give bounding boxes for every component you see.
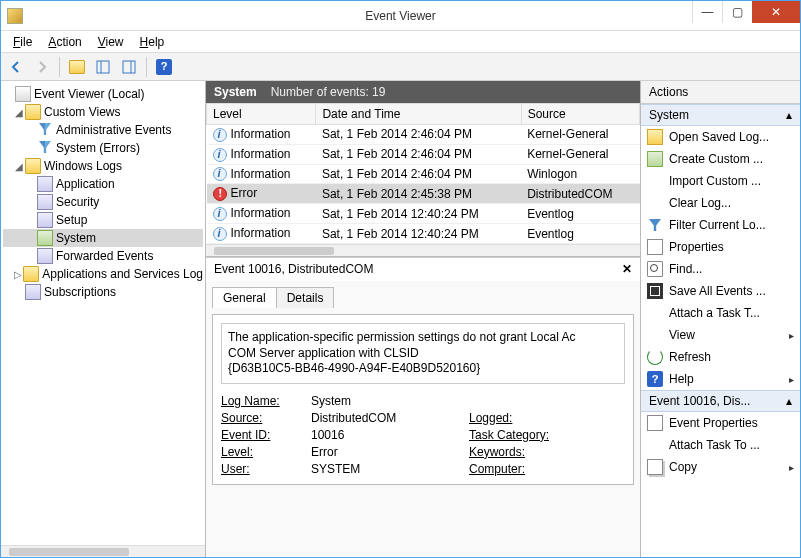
attach-task-to-icon — [647, 437, 663, 453]
toolbar — [1, 53, 800, 81]
detail-title: Event 10016, DistributedCOM — [214, 262, 373, 276]
minimize-button[interactable]: — — [692, 1, 722, 23]
detail-body: General Details The application-specific… — [206, 281, 640, 557]
event-row[interactable]: InformationSat, 1 Feb 2014 2:46:04 PMKer… — [207, 125, 640, 145]
action-find[interactable]: Find... — [641, 258, 800, 280]
attach-task-icon — [647, 305, 663, 321]
error-icon — [213, 187, 227, 201]
import-custom-view-icon — [647, 173, 663, 189]
copy-icon — [647, 459, 663, 475]
tree-windows-logs[interactable]: ◢Windows Logs — [3, 157, 203, 175]
col-level[interactable]: Level — [207, 104, 316, 125]
tab-details[interactable]: Details — [276, 287, 335, 308]
action-create-custom-view[interactable]: Create Custom ... — [641, 148, 800, 170]
action-clear-log[interactable]: Clear Log... — [641, 192, 800, 214]
tree-system[interactable]: System — [3, 229, 203, 247]
info-icon — [213, 128, 227, 142]
filter-current-log-icon — [647, 217, 663, 233]
menubar: File Action View Help — [1, 31, 800, 53]
col-source[interactable]: Source — [521, 104, 639, 125]
menu-action[interactable]: Action — [40, 33, 89, 51]
action-properties[interactable]: Properties — [641, 236, 800, 258]
tree-setup[interactable]: Setup — [3, 211, 203, 229]
action-save-all-events[interactable]: Save All Events ... — [641, 280, 800, 302]
chevron-right-icon: ▸ — [789, 462, 794, 473]
tab-general[interactable]: General — [212, 287, 277, 308]
event-row[interactable]: InformationSat, 1 Feb 2014 2:46:04 PMKer… — [207, 144, 640, 164]
info-icon — [213, 148, 227, 162]
maximize-button[interactable]: ▢ — [722, 1, 752, 23]
help-icon — [647, 371, 663, 387]
action-help[interactable]: Help▸ — [641, 368, 800, 390]
separator — [146, 57, 147, 77]
window-buttons: — ▢ ✕ — [692, 1, 800, 23]
tool-panel1-icon[interactable] — [92, 56, 114, 78]
detail-header: Event 10016, DistributedCOM ✕ — [206, 257, 640, 281]
back-button[interactable] — [5, 56, 27, 78]
tree-root[interactable]: Event Viewer (Local) — [3, 85, 203, 103]
tree-pane[interactable]: Event Viewer (Local) ◢Custom Views Admin… — [1, 81, 206, 557]
workspace: Event Viewer (Local) ◢Custom Views Admin… — [1, 81, 800, 557]
action-refresh[interactable]: Refresh — [641, 346, 800, 368]
svg-rect-2 — [123, 61, 135, 73]
menu-help[interactable]: Help — [132, 33, 173, 51]
tree-application[interactable]: Application — [3, 175, 203, 193]
actions-group-system[interactable]: System▴ — [641, 104, 800, 126]
close-button[interactable]: ✕ — [752, 1, 800, 23]
events-count: Number of events: 19 — [271, 85, 386, 99]
svg-rect-0 — [97, 61, 109, 73]
save-all-events-icon — [647, 283, 663, 299]
separator — [59, 57, 60, 77]
events-title: System — [214, 85, 257, 99]
tree-custom-views[interactable]: ◢Custom Views — [3, 103, 203, 121]
actions-pane: Actions System▴ Open Saved Log...Create … — [641, 81, 800, 557]
menu-file[interactable]: File — [5, 33, 40, 51]
event-row[interactable]: ErrorSat, 1 Feb 2014 2:45:38 PMDistribut… — [207, 184, 640, 204]
chevron-right-icon: ▸ — [789, 330, 794, 341]
action-import-custom-view[interactable]: Import Custom ... — [641, 170, 800, 192]
action-event-properties[interactable]: Event Properties — [641, 412, 800, 434]
info-icon — [213, 167, 227, 181]
action-attach-task[interactable]: Attach a Task T... — [641, 302, 800, 324]
refresh-icon — [647, 349, 663, 365]
event-row[interactable]: InformationSat, 1 Feb 2014 2:46:04 PMWin… — [207, 164, 640, 184]
window-title: Event Viewer — [365, 9, 435, 23]
forward-button[interactable] — [31, 56, 53, 78]
event-row[interactable]: InformationSat, 1 Feb 2014 12:40:24 PMEv… — [207, 224, 640, 244]
collapse-icon: ▴ — [786, 108, 792, 122]
tool-panel2-icon[interactable] — [118, 56, 140, 78]
properties-icon — [647, 239, 663, 255]
menu-view[interactable]: View — [90, 33, 132, 51]
grid-scrollbar[interactable] — [206, 244, 640, 256]
tree-subscriptions[interactable]: Subscriptions — [3, 283, 203, 301]
tree-app-services[interactable]: ▷Applications and Services Log — [3, 265, 203, 283]
create-custom-view-icon — [647, 151, 663, 167]
view-icon — [647, 327, 663, 343]
events-header: System Number of events: 19 — [206, 81, 640, 103]
action-attach-task-to[interactable]: Attach Task To ... — [641, 434, 800, 456]
collapse-icon: ▴ — [786, 394, 792, 408]
tool-help-icon[interactable] — [153, 56, 175, 78]
event-properties-grid: Log Name:System Source:DistributedCOMLog… — [221, 394, 625, 476]
find-icon — [647, 261, 663, 277]
event-row[interactable]: InformationSat, 1 Feb 2014 12:40:24 PMEv… — [207, 204, 640, 224]
tree-admin-events[interactable]: Administrative Events — [3, 121, 203, 139]
tree-security[interactable]: Security — [3, 193, 203, 211]
titlebar: Event Viewer — ▢ ✕ — [1, 1, 800, 31]
events-grid[interactable]: Level Date and Time Source InformationSa… — [206, 103, 640, 257]
tree-forwarded[interactable]: Forwarded Events — [3, 247, 203, 265]
action-view[interactable]: View▸ — [641, 324, 800, 346]
tree-system-errors[interactable]: System (Errors) — [3, 139, 203, 157]
app-icon — [7, 8, 23, 24]
actions-title: Actions — [641, 81, 800, 104]
action-open-saved-log[interactable]: Open Saved Log... — [641, 126, 800, 148]
action-filter-current-log[interactable]: Filter Current Lo... — [641, 214, 800, 236]
action-copy[interactable]: Copy▸ — [641, 456, 800, 478]
tree-scrollbar[interactable] — [1, 545, 205, 557]
info-icon — [213, 207, 227, 221]
col-date[interactable]: Date and Time — [316, 104, 521, 125]
open-saved-log-icon — [647, 129, 663, 145]
actions-group-event[interactable]: Event 10016, Dis...▴ — [641, 390, 800, 412]
tool-open-icon[interactable] — [66, 56, 88, 78]
detail-close-icon[interactable]: ✕ — [622, 262, 632, 276]
